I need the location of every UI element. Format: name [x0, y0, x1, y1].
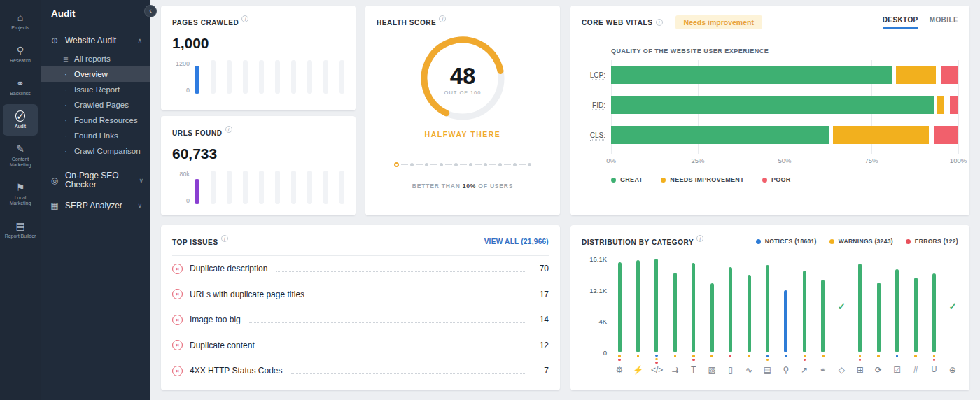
issue-label[interactable]: URLs with duplicate page titles	[190, 290, 304, 299]
sidebar-item-label: Crawled Pages	[74, 101, 129, 109]
info-icon[interactable]: i	[221, 235, 228, 242]
rail-label: Backlinks	[10, 91, 31, 97]
issue-label[interactable]: Image too big	[190, 315, 241, 324]
fid-stacked-bar[interactable]	[611, 96, 958, 114]
no-issues-check-icon: ✓	[838, 301, 846, 312]
empty-slot-bar	[211, 171, 216, 204]
info-icon[interactable]: i	[241, 15, 248, 22]
category-slot	[669, 259, 680, 364]
category-bar[interactable]	[654, 259, 658, 352]
view-all-link[interactable]: VIEW ALL (21,966)	[484, 238, 549, 245]
yellow-marker-dot	[692, 355, 695, 357]
rail-item-report-builder[interactable]: ▤ Report Builder	[3, 214, 38, 245]
sidebar-item-onpage-seo-checker[interactable]: ◎ On-Page SEO Checker ∨	[41, 166, 150, 195]
needs_improvement-segment[interactable]	[833, 126, 928, 144]
issue-row[interactable]: × Image too big 14	[172, 307, 549, 333]
distribution-legend: NOTICES (18601) WARNINGS (3243) ERRORS (…	[756, 238, 958, 245]
issue-row[interactable]: × URLs with duplicate page titles 17	[172, 282, 549, 308]
crawl-bar[interactable]	[195, 179, 200, 204]
sidebar-item-crawled-pages[interactable]: · Crawled Pages	[41, 97, 150, 113]
errors-dot-icon	[906, 239, 911, 244]
info-icon[interactable]: i	[225, 126, 232, 133]
research-icon: ⚲	[17, 45, 24, 56]
red-marker-dot	[729, 355, 732, 357]
category-bar[interactable]	[895, 269, 899, 352]
category-bar[interactable]	[692, 263, 695, 352]
images-icon: ▧	[706, 365, 718, 375]
category-bar[interactable]	[914, 278, 918, 352]
category-bar[interactable]	[636, 260, 640, 352]
rail-item-backlinks[interactable]: ⚭ Backlinks	[3, 71, 38, 103]
issue-row[interactable]: × Duplicate content 12	[172, 333, 549, 359]
sidebar-item-serp-analyzer[interactable]: ▦ SERP Analyzer ∨	[41, 195, 150, 216]
category-bar[interactable]	[784, 290, 788, 352]
issue-label[interactable]: Duplicate content	[190, 341, 255, 350]
poor-segment[interactable]	[950, 96, 958, 114]
category-bar[interactable]	[618, 262, 622, 352]
needs_improvement-segment[interactable]	[896, 66, 936, 84]
needs-improvement-dot-icon	[661, 178, 666, 183]
rail-item-research[interactable]: ⚲ Research	[3, 38, 38, 70]
great-segment[interactable]	[611, 96, 934, 114]
legend-label: WARNINGS (3243)	[839, 238, 893, 245]
tab-desktop[interactable]: DESKTOP	[883, 16, 918, 29]
sidebar-item-website-audit[interactable]: ⊕ Website Audit ∧	[41, 30, 150, 51]
sidebar-item-overview[interactable]: · Overview	[41, 66, 150, 82]
pages-crawled-card: PAGES CRAWLEDi 1,000 1200 0	[161, 6, 356, 110]
category-bar[interactable]	[729, 267, 732, 352]
poor-segment[interactable]	[941, 66, 958, 84]
sidebar-item-found-links[interactable]: · Found Links	[41, 128, 150, 143]
issue-row[interactable]: × 4XX HTTP Status Codes 7	[172, 358, 549, 384]
category-bar[interactable]	[673, 273, 677, 352]
sidebar-item-crawl-comparison[interactable]: · Crawl Comparison	[41, 143, 150, 159]
category-bar[interactable]	[821, 280, 825, 352]
info-icon[interactable]: i	[439, 15, 446, 22]
legend-item-warnings: WARNINGS (3243)	[830, 238, 893, 245]
info-icon[interactable]: i	[656, 19, 663, 26]
empty-slot-bar	[307, 60, 312, 94]
scale-dash	[430, 164, 438, 165]
crawlability-icon: ⚲	[780, 365, 792, 375]
category-bar[interactable]	[748, 275, 751, 352]
caption-text: OF USERS	[476, 183, 513, 190]
scale-dash	[504, 164, 511, 165]
crawl-bar[interactable]	[195, 66, 200, 94]
category-slot	[725, 259, 736, 364]
issue-row[interactable]: × Duplicate description 70	[172, 256, 549, 282]
great-segment[interactable]	[611, 126, 830, 144]
category-bar[interactable]	[710, 283, 714, 352]
metric-label-fid[interactable]: FID:	[582, 101, 606, 109]
sidebar-item-all-reports[interactable]: ≣ All reports	[41, 51, 150, 66]
cls-stacked-bar[interactable]	[611, 126, 958, 144]
poor-segment[interactable]	[934, 126, 958, 144]
underline-icon: U	[928, 365, 939, 375]
rail-item-projects[interactable]: ⌂ Projects	[3, 6, 38, 37]
category-bar[interactable]	[932, 273, 936, 352]
sidebar-item-issue-report[interactable]: · Issue Report	[41, 82, 150, 97]
needs_improvement-segment[interactable]	[937, 96, 944, 114]
gap-segment	[936, 66, 941, 84]
lcp-stacked-bar[interactable]	[611, 66, 958, 84]
scale-dash	[416, 164, 423, 165]
issue-label[interactable]: 4XX HTTP Status Codes	[190, 366, 283, 376]
rail-item-audit[interactable]: ✓ Audit	[3, 104, 38, 136]
metric-label-lcp[interactable]: LCP:	[582, 71, 606, 79]
category-bar[interactable]	[803, 271, 806, 352]
settings-icon: ⚙	[614, 365, 625, 375]
metric-label-cls[interactable]: CLS:	[582, 131, 606, 139]
tab-mobile[interactable]: MOBILE	[930, 16, 958, 29]
info-icon[interactable]: i	[696, 235, 704, 242]
bullet-icon: ·	[62, 148, 69, 155]
scale-dash	[401, 164, 408, 165]
issue-label[interactable]: Duplicate description	[190, 264, 267, 273]
sidebar-item-found-resources[interactable]: · Found Resources	[41, 113, 150, 128]
rail-item-content-marketing[interactable]: ✎ Content Marketing	[3, 137, 38, 174]
sidebar-collapse-button[interactable]: ‹	[144, 5, 157, 17]
category-bar[interactable]	[858, 264, 862, 352]
category-bar[interactable]	[877, 283, 881, 352]
legend-label: NEEDS IMPROVEMENT	[670, 176, 744, 183]
category-bar[interactable]	[766, 265, 769, 352]
empty-slot-bar	[211, 60, 216, 94]
rail-item-local-marketing[interactable]: ⚑ Local Marketing	[3, 176, 38, 213]
great-segment[interactable]	[611, 66, 892, 84]
